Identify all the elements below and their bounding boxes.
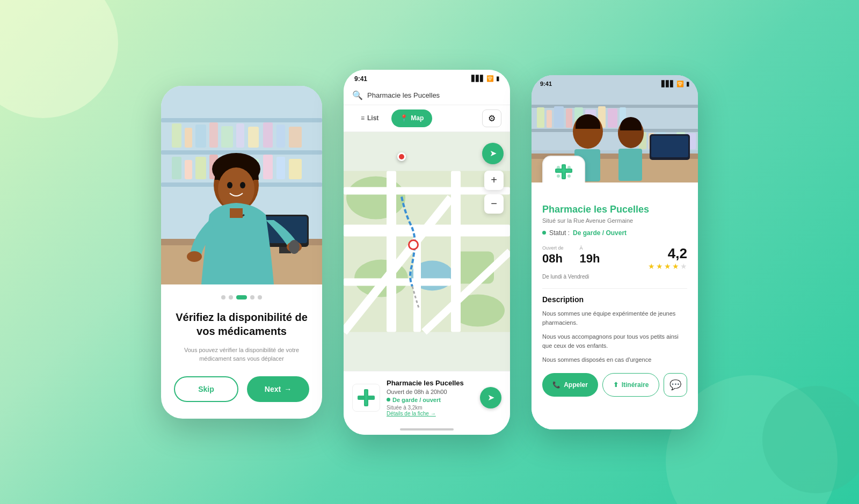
tab-map[interactable]: 📍 Map bbox=[391, 109, 432, 127]
onboarding-subtitle: Vous pouvez vérifier la disponibilité de… bbox=[174, 346, 309, 363]
minus-icon: − bbox=[491, 198, 497, 210]
svg-rect-14 bbox=[172, 157, 181, 179]
svg-rect-80 bbox=[618, 149, 642, 181]
svg-point-88 bbox=[557, 174, 560, 178]
detail-status-dot bbox=[542, 231, 546, 235]
detail-status-row: Statut : De garde / Ouvert bbox=[542, 229, 687, 237]
svg-rect-61 bbox=[566, 108, 572, 128]
chat-button[interactable]: 💬 bbox=[664, 373, 687, 397]
status-time: 9:41 bbox=[354, 75, 367, 83]
svg-rect-9 bbox=[236, 123, 244, 148]
map-icon: 📍 bbox=[400, 114, 408, 122]
pharmacist-illustration bbox=[161, 86, 322, 284]
home-indicator bbox=[344, 424, 510, 435]
svg-rect-16 bbox=[195, 157, 206, 179]
tab-list[interactable]: ≡ List bbox=[352, 109, 387, 127]
svg-point-39 bbox=[346, 176, 405, 219]
star-2: ★ bbox=[656, 262, 663, 271]
pharmacy-logo-badge: MEDICAL PLUS TAGLINE HERE bbox=[542, 156, 585, 182]
bg-decoration-tl bbox=[0, 0, 118, 118]
svg-rect-5 bbox=[185, 128, 192, 148]
zoom-in-button[interactable]: + bbox=[484, 171, 504, 190]
svg-point-87 bbox=[567, 166, 571, 169]
status-icons: ▋▋▋ 🛜 ▮ bbox=[471, 75, 499, 82]
detail-address: Situé sur la Rue Avenue Germaine bbox=[542, 217, 687, 224]
pharmacy-info: Pharmacie les Pucelles Ouvert de 08h à 2… bbox=[387, 379, 474, 417]
svg-rect-85 bbox=[556, 170, 571, 172]
svg-rect-1 bbox=[161, 118, 322, 122]
svg-point-89 bbox=[567, 174, 571, 178]
open-from-col: Ouvert de 08h bbox=[542, 245, 564, 271]
svg-rect-13 bbox=[289, 127, 302, 148]
filter-icon: ⚙ bbox=[488, 113, 496, 123]
map-pin-destination bbox=[397, 152, 406, 161]
search-bar[interactable]: 🔍 Pharmacie les Pucelles bbox=[344, 86, 510, 105]
open-to-label: À bbox=[580, 245, 600, 251]
filter-button[interactable]: ⚙ bbox=[482, 109, 501, 127]
dot-5 bbox=[258, 295, 262, 300]
rating-col: 4,2 ★ ★ ★ ★ ★ bbox=[648, 245, 687, 271]
map-svg bbox=[344, 132, 510, 371]
svg-rect-45 bbox=[387, 171, 396, 332]
list-label: List bbox=[367, 114, 378, 122]
pharmacy-logo bbox=[352, 384, 380, 412]
star-4: ★ bbox=[672, 262, 679, 271]
svg-rect-76 bbox=[651, 136, 688, 157]
star-5: ★ bbox=[680, 262, 687, 271]
phone-icon: 📞 bbox=[552, 381, 560, 389]
zoom-out-button[interactable]: − bbox=[484, 194, 504, 214]
card-status: De garde / ouvert bbox=[387, 397, 474, 403]
svg-point-33 bbox=[240, 182, 245, 188]
svg-rect-7 bbox=[209, 122, 218, 148]
dot-2 bbox=[229, 295, 233, 300]
description-title: Description bbox=[542, 295, 687, 304]
map-area[interactable]: ➤ + − bbox=[344, 132, 510, 371]
nav-icon: ⬆ bbox=[613, 381, 618, 389]
next-label: Next bbox=[265, 385, 281, 393]
phone-onboarding: Vérifiez la disponibilité de vos médicam… bbox=[161, 86, 322, 419]
battery-icon: ▮ bbox=[496, 75, 499, 82]
card-hours: Ouvert de 08h à 20h00 bbox=[387, 389, 474, 395]
navigate-icon: ➤ bbox=[487, 392, 494, 403]
dot-1 bbox=[221, 295, 225, 300]
phone-detail: 9:41 ▋▋▋ 🛜 ▮ bbox=[532, 75, 698, 429]
svg-rect-58 bbox=[537, 107, 544, 128]
pharmacy-card[interactable]: Pharmacie les Pucelles Ouvert de 08h à 2… bbox=[344, 371, 510, 424]
desc-2: Nous vous accompagnons pour tous vos pet… bbox=[542, 332, 687, 351]
direction-fab[interactable]: ➤ bbox=[482, 143, 504, 164]
wifi-icon: 🛜 bbox=[486, 75, 494, 82]
open-from-label: Ouvert de bbox=[542, 245, 564, 251]
svg-rect-21 bbox=[263, 155, 273, 179]
logo-svg bbox=[551, 161, 577, 182]
wifi-indicator: 🛜 bbox=[676, 81, 684, 87]
star-3: ★ bbox=[664, 262, 671, 271]
detail-body: Pharmacie les Pucelles Situé sur la Rue … bbox=[532, 182, 698, 429]
itinerary-button[interactable]: ⬆ Itinéraire bbox=[602, 373, 659, 397]
chat-icon: 💬 bbox=[669, 379, 681, 391]
call-button[interactable]: 📞 Appeler bbox=[542, 373, 598, 397]
card-link[interactable]: Détails de la fiche → bbox=[387, 411, 474, 417]
svg-rect-15 bbox=[185, 160, 192, 179]
phone-map: 9:41 ▋▋▋ 🛜 ▮ 🔍 Pharmacie les Pucelles ≡ … bbox=[344, 70, 510, 435]
star-1: ★ bbox=[648, 262, 655, 271]
svg-rect-6 bbox=[195, 125, 206, 148]
dot-4 bbox=[250, 295, 254, 300]
skip-button[interactable]: Skip bbox=[174, 376, 238, 402]
detail-header: 9:41 ▋▋▋ 🛜 ▮ bbox=[532, 75, 698, 182]
detail-status-icons: ▋▋▋ 🛜 ▮ bbox=[661, 81, 689, 87]
svg-point-86 bbox=[557, 166, 560, 169]
svg-rect-37 bbox=[230, 208, 243, 218]
next-button[interactable]: Next → bbox=[247, 376, 309, 402]
signal-bars: ▋▋▋ bbox=[661, 81, 674, 87]
onboarding-image bbox=[161, 86, 322, 284]
svg-rect-53 bbox=[365, 390, 367, 405]
svg-rect-11 bbox=[263, 122, 273, 148]
dot-3 bbox=[236, 295, 247, 300]
svg-rect-59 bbox=[547, 110, 552, 128]
navigate-button[interactable]: ➤ bbox=[480, 387, 501, 408]
search-icon: 🔍 bbox=[352, 90, 363, 100]
hours-label: Ouvert de bbox=[387, 389, 412, 395]
svg-rect-60 bbox=[554, 106, 564, 128]
rating-value: 4,2 bbox=[668, 245, 687, 262]
svg-rect-12 bbox=[276, 125, 285, 148]
